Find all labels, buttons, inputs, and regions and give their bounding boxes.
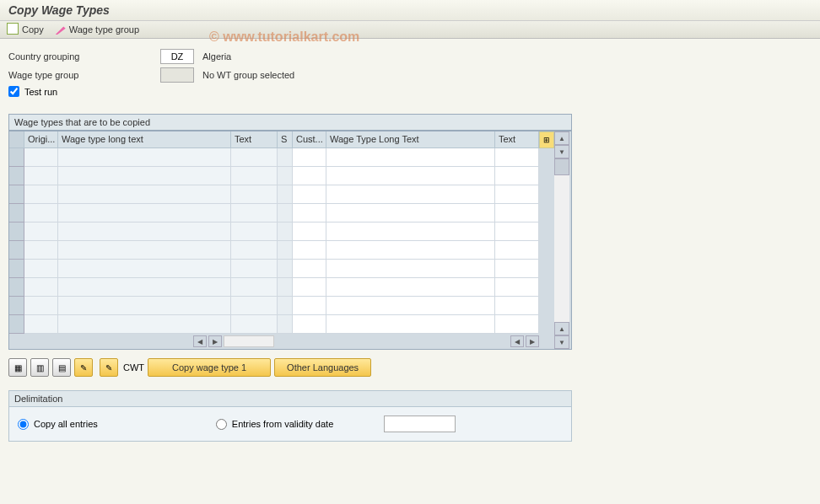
cell-cust[interactable] — [293, 148, 326, 167]
cell-text[interactable] — [231, 297, 278, 315]
scroll-up-page[interactable]: ▲ — [554, 322, 569, 335]
other-languages-button[interactable]: Other Languages — [274, 358, 371, 377]
scroll-down-button[interactable]: ▼ — [554, 145, 569, 158]
entries-from-radio[interactable] — [216, 419, 227, 430]
cell-text2[interactable] — [495, 260, 539, 278]
cell-text[interactable] — [231, 241, 278, 260]
col-text2[interactable]: Text — [495, 131, 539, 148]
col-s[interactable]: S — [278, 131, 293, 148]
cell-longtext[interactable] — [58, 315, 231, 334]
cell-text[interactable] — [231, 315, 278, 334]
copy-all-radio[interactable] — [18, 419, 29, 430]
cell-longtext[interactable] — [58, 223, 231, 241]
row-selector[interactable] — [9, 148, 24, 167]
cell-cust[interactable] — [293, 185, 326, 204]
cell-longtext2[interactable] — [326, 241, 495, 260]
col-origi[interactable]: Origi... — [24, 131, 58, 148]
cell-text[interactable] — [231, 260, 278, 278]
country-grouping-input[interactable] — [160, 49, 194, 64]
cell-text2[interactable] — [495, 204, 539, 223]
cell-origi[interactable] — [24, 148, 58, 167]
cell-s[interactable] — [278, 148, 293, 167]
cell-s[interactable] — [278, 204, 293, 223]
cell-cust[interactable] — [293, 297, 326, 315]
cell-text[interactable] — [231, 185, 278, 204]
col-longtext[interactable]: Wage type long text — [58, 131, 231, 148]
h-scroll-right-next[interactable]: ▶ — [526, 335, 539, 347]
list-icon[interactable]: ▤ — [52, 358, 71, 377]
cell-cust[interactable] — [293, 278, 326, 297]
cell-text2[interactable] — [495, 167, 539, 185]
cell-origi[interactable] — [24, 185, 58, 204]
row-selector[interactable] — [9, 241, 24, 260]
table-config-icon[interactable]: ⊞ — [539, 131, 554, 148]
cell-s[interactable] — [278, 278, 293, 297]
cell-cust[interactable] — [293, 260, 326, 278]
cell-longtext2[interactable] — [326, 278, 495, 297]
cell-cust[interactable] — [293, 241, 326, 260]
cell-text2[interactable] — [495, 185, 539, 204]
col-text[interactable]: Text — [231, 131, 278, 148]
cell-s[interactable] — [278, 297, 293, 315]
cell-longtext[interactable] — [58, 260, 231, 278]
row-selector[interactable] — [9, 315, 24, 334]
validity-date-input[interactable] — [384, 416, 456, 432]
h-scroll-left-next[interactable]: ▶ — [208, 335, 222, 347]
row-selector[interactable] — [9, 278, 24, 297]
cell-origi[interactable] — [24, 204, 58, 223]
cell-s[interactable] — [278, 260, 293, 278]
cell-text[interactable] — [231, 204, 278, 223]
cell-s[interactable] — [278, 185, 293, 204]
h-scroll-left-prev[interactable]: ◀ — [193, 335, 207, 347]
cell-longtext[interactable] — [58, 297, 231, 315]
cell-longtext2[interactable] — [326, 297, 495, 315]
deselect-all-icon[interactable]: ▥ — [30, 358, 49, 377]
row-selector[interactable] — [9, 260, 24, 278]
cell-cust[interactable] — [293, 204, 326, 223]
h-scroll-left-track[interactable] — [224, 335, 274, 347]
row-selector[interactable] — [9, 297, 24, 315]
scroll-up-button[interactable]: ▲ — [554, 131, 569, 145]
cell-text[interactable] — [231, 223, 278, 241]
row-selector[interactable] — [9, 185, 24, 204]
cell-text[interactable] — [231, 278, 278, 297]
cell-longtext[interactable] — [58, 148, 231, 167]
row-selector[interactable] — [9, 223, 24, 241]
cell-longtext2[interactable] — [326, 167, 495, 185]
cell-origi[interactable] — [24, 223, 58, 241]
test-run-checkbox[interactable] — [8, 86, 19, 97]
cell-origi[interactable] — [24, 167, 58, 185]
cell-s[interactable] — [278, 315, 293, 334]
row-selector[interactable] — [9, 167, 24, 185]
wage-type-group-input[interactable] — [160, 67, 194, 83]
cell-cust[interactable] — [293, 315, 326, 334]
cell-cust[interactable] — [293, 167, 326, 185]
cell-origi[interactable] — [24, 297, 58, 315]
row-selector[interactable] — [9, 204, 24, 223]
cell-text2[interactable] — [495, 297, 539, 315]
cell-longtext[interactable] — [58, 167, 231, 185]
col-longtext2[interactable]: Wage Type Long Text — [326, 131, 495, 148]
cell-longtext2[interactable] — [326, 185, 495, 204]
select-all-icon[interactable]: ▦ — [8, 358, 27, 377]
h-scroll-right-prev[interactable]: ◀ — [510, 335, 524, 347]
cell-origi[interactable] — [24, 260, 58, 278]
cell-text2[interactable] — [495, 223, 539, 241]
cell-s[interactable] — [278, 223, 293, 241]
cell-longtext[interactable] — [58, 241, 231, 260]
cell-cust[interactable] — [293, 223, 326, 241]
scroll-thumb[interactable] — [554, 158, 569, 175]
scroll-down-page[interactable]: ▼ — [554, 335, 569, 349]
copy-wage-type-1-button[interactable]: Copy wage type 1 — [148, 358, 271, 377]
edit-icon[interactable]: ✎ — [74, 358, 93, 377]
cell-longtext[interactable] — [58, 278, 231, 297]
cell-text[interactable] — [231, 148, 278, 167]
cell-longtext2[interactable] — [326, 315, 495, 334]
wage-type-group-button[interactable]: Wage type group — [56, 24, 139, 35]
cell-origi[interactable] — [24, 241, 58, 260]
cell-longtext2[interactable] — [326, 223, 495, 241]
cell-longtext2[interactable] — [326, 260, 495, 278]
cell-text[interactable] — [231, 167, 278, 185]
col-cust[interactable]: Cust... — [293, 131, 326, 148]
cell-longtext2[interactable] — [326, 148, 495, 167]
